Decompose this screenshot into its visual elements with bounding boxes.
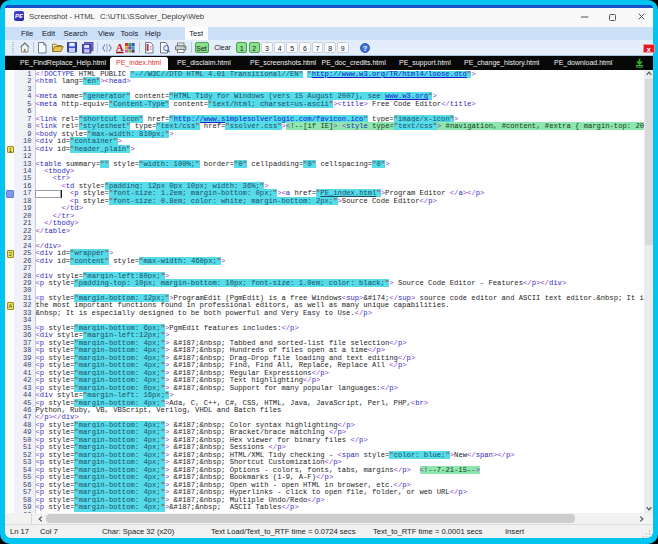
svg-text:?: ? <box>362 43 367 52</box>
svg-text:A: A <box>115 41 123 53</box>
